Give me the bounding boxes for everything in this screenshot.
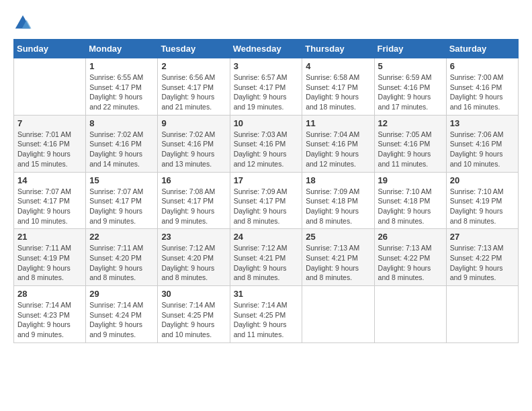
day-info: Sunrise: 6:57 AMSunset: 4:17 PMDaylight:… bbox=[234, 73, 299, 112]
day-info: Sunrise: 7:12 AMSunset: 4:21 PMDaylight:… bbox=[234, 243, 299, 283]
logo-icon bbox=[13, 13, 32, 32]
calendar-cell: 8Sunrise: 7:02 AMSunset: 4:16 PMDaylight… bbox=[86, 115, 158, 172]
day-info: Sunrise: 7:11 AMSunset: 4:19 PMDaylight:… bbox=[17, 243, 82, 283]
day-number: 2 bbox=[161, 61, 226, 71]
calendar-cell: 10Sunrise: 7:03 AMSunset: 4:16 PMDayligh… bbox=[230, 115, 302, 172]
day-info: Sunrise: 7:02 AMSunset: 4:16 PMDaylight:… bbox=[161, 130, 226, 169]
day-header-friday: Friday bbox=[374, 40, 446, 58]
day-number: 19 bbox=[378, 175, 443, 185]
calendar-cell: 12Sunrise: 7:05 AMSunset: 4:16 PMDayligh… bbox=[374, 115, 446, 172]
day-info: Sunrise: 7:07 AMSunset: 4:17 PMDaylight:… bbox=[89, 187, 154, 226]
calendar-table: SundayMondayTuesdayWednesdayThursdayFrid… bbox=[13, 39, 519, 343]
day-number: 13 bbox=[450, 118, 515, 128]
day-info: Sunrise: 7:14 AMSunset: 4:24 PMDaylight:… bbox=[89, 300, 154, 340]
calendar-cell: 31Sunrise: 7:14 AMSunset: 4:25 PMDayligh… bbox=[230, 286, 302, 343]
day-info: Sunrise: 6:56 AMSunset: 4:17 PMDaylight:… bbox=[161, 73, 226, 112]
calendar-cell bbox=[302, 286, 374, 343]
calendar-cell: 28Sunrise: 7:14 AMSunset: 4:23 PMDayligh… bbox=[14, 286, 86, 343]
day-number: 28 bbox=[17, 289, 82, 299]
day-info: Sunrise: 7:06 AMSunset: 4:16 PMDaylight:… bbox=[450, 130, 515, 169]
calendar-cell: 21Sunrise: 7:11 AMSunset: 4:19 PMDayligh… bbox=[14, 229, 86, 286]
day-number: 16 bbox=[161, 175, 226, 185]
day-info: Sunrise: 7:09 AMSunset: 4:18 PMDaylight:… bbox=[306, 187, 370, 226]
day-number: 24 bbox=[234, 232, 299, 242]
day-number: 30 bbox=[161, 289, 226, 299]
week-row-4: 21Sunrise: 7:11 AMSunset: 4:19 PMDayligh… bbox=[14, 229, 519, 286]
day-header-wednesday: Wednesday bbox=[230, 40, 302, 58]
calendar-cell bbox=[14, 58, 86, 116]
day-number: 21 bbox=[17, 232, 82, 242]
day-info: Sunrise: 7:13 AMSunset: 4:22 PMDaylight:… bbox=[378, 243, 443, 283]
calendar-cell bbox=[374, 286, 446, 343]
day-number: 14 bbox=[17, 175, 82, 185]
calendar-cell: 24Sunrise: 7:12 AMSunset: 4:21 PMDayligh… bbox=[230, 229, 302, 286]
calendar-cell: 30Sunrise: 7:14 AMSunset: 4:25 PMDayligh… bbox=[158, 286, 230, 343]
day-info: Sunrise: 6:58 AMSunset: 4:17 PMDaylight:… bbox=[306, 73, 370, 112]
day-info: Sunrise: 7:00 AMSunset: 4:16 PMDaylight:… bbox=[450, 73, 515, 112]
day-number: 4 bbox=[306, 61, 370, 71]
day-info: Sunrise: 7:04 AMSunset: 4:16 PMDaylight:… bbox=[306, 130, 370, 169]
day-info: Sunrise: 7:12 AMSunset: 4:20 PMDaylight:… bbox=[161, 243, 226, 283]
day-number: 22 bbox=[89, 232, 154, 242]
day-number: 3 bbox=[234, 61, 299, 71]
day-header-tuesday: Tuesday bbox=[158, 40, 230, 58]
calendar-cell: 23Sunrise: 7:12 AMSunset: 4:20 PMDayligh… bbox=[158, 229, 230, 286]
day-number: 31 bbox=[234, 289, 299, 299]
day-info: Sunrise: 7:11 AMSunset: 4:20 PMDaylight:… bbox=[89, 243, 154, 283]
day-info: Sunrise: 7:03 AMSunset: 4:16 PMDaylight:… bbox=[234, 130, 299, 169]
day-info: Sunrise: 7:14 AMSunset: 4:23 PMDaylight:… bbox=[17, 300, 82, 340]
day-info: Sunrise: 7:14 AMSunset: 4:25 PMDaylight:… bbox=[161, 300, 226, 340]
calendar-cell: 17Sunrise: 7:09 AMSunset: 4:17 PMDayligh… bbox=[230, 172, 302, 229]
day-info: Sunrise: 7:09 AMSunset: 4:17 PMDaylight:… bbox=[234, 187, 299, 226]
day-header-sunday: Sunday bbox=[14, 40, 86, 58]
calendar-cell: 22Sunrise: 7:11 AMSunset: 4:20 PMDayligh… bbox=[86, 229, 158, 286]
day-info: Sunrise: 7:01 AMSunset: 4:16 PMDaylight:… bbox=[17, 130, 82, 169]
day-header-monday: Monday bbox=[86, 40, 158, 58]
calendar-cell: 20Sunrise: 7:10 AMSunset: 4:19 PMDayligh… bbox=[446, 172, 518, 229]
day-number: 12 bbox=[378, 118, 443, 128]
day-number: 15 bbox=[89, 175, 154, 185]
day-number: 18 bbox=[306, 175, 370, 185]
day-number: 23 bbox=[161, 232, 226, 242]
day-info: Sunrise: 7:10 AMSunset: 4:18 PMDaylight:… bbox=[378, 187, 443, 226]
day-info: Sunrise: 7:08 AMSunset: 4:17 PMDaylight:… bbox=[161, 187, 226, 226]
calendar-cell: 16Sunrise: 7:08 AMSunset: 4:17 PMDayligh… bbox=[158, 172, 230, 229]
day-info: Sunrise: 6:59 AMSunset: 4:16 PMDaylight:… bbox=[378, 73, 443, 112]
calendar-cell: 15Sunrise: 7:07 AMSunset: 4:17 PMDayligh… bbox=[86, 172, 158, 229]
day-number: 26 bbox=[378, 232, 443, 242]
calendar-cell: 7Sunrise: 7:01 AMSunset: 4:16 PMDaylight… bbox=[14, 115, 86, 172]
day-info: Sunrise: 7:14 AMSunset: 4:25 PMDaylight:… bbox=[234, 300, 299, 340]
day-header-thursday: Thursday bbox=[302, 40, 374, 58]
logo bbox=[13, 13, 35, 32]
day-number: 1 bbox=[89, 61, 154, 71]
calendar-cell bbox=[446, 286, 518, 343]
calendar-cell: 5Sunrise: 6:59 AMSunset: 4:16 PMDaylight… bbox=[374, 58, 446, 116]
week-row-3: 14Sunrise: 7:07 AMSunset: 4:17 PMDayligh… bbox=[14, 172, 519, 229]
day-number: 7 bbox=[17, 118, 82, 128]
calendar-cell: 27Sunrise: 7:13 AMSunset: 4:22 PMDayligh… bbox=[446, 229, 518, 286]
day-number: 27 bbox=[450, 232, 515, 242]
day-info: Sunrise: 7:13 AMSunset: 4:21 PMDaylight:… bbox=[306, 243, 370, 283]
day-info: Sunrise: 6:55 AMSunset: 4:17 PMDaylight:… bbox=[89, 73, 154, 112]
calendar-cell: 11Sunrise: 7:04 AMSunset: 4:16 PMDayligh… bbox=[302, 115, 374, 172]
week-row-5: 28Sunrise: 7:14 AMSunset: 4:23 PMDayligh… bbox=[14, 286, 519, 343]
day-number: 5 bbox=[378, 61, 443, 71]
day-info: Sunrise: 7:07 AMSunset: 4:17 PMDaylight:… bbox=[17, 187, 82, 226]
day-number: 9 bbox=[161, 118, 226, 128]
calendar-cell: 13Sunrise: 7:06 AMSunset: 4:16 PMDayligh… bbox=[446, 115, 518, 172]
day-number: 6 bbox=[450, 61, 515, 71]
day-number: 25 bbox=[306, 232, 370, 242]
day-number: 10 bbox=[234, 118, 299, 128]
header bbox=[13, 11, 519, 32]
day-info: Sunrise: 7:02 AMSunset: 4:16 PMDaylight:… bbox=[89, 130, 154, 169]
calendar-cell: 29Sunrise: 7:14 AMSunset: 4:24 PMDayligh… bbox=[86, 286, 158, 343]
calendar-cell: 6Sunrise: 7:00 AMSunset: 4:16 PMDaylight… bbox=[446, 58, 518, 116]
calendar-cell: 1Sunrise: 6:55 AMSunset: 4:17 PMDaylight… bbox=[86, 58, 158, 116]
calendar-cell: 3Sunrise: 6:57 AMSunset: 4:17 PMDaylight… bbox=[230, 58, 302, 116]
day-number: 8 bbox=[89, 118, 154, 128]
day-number: 17 bbox=[234, 175, 299, 185]
calendar-cell: 4Sunrise: 6:58 AMSunset: 4:17 PMDaylight… bbox=[302, 58, 374, 116]
calendar-cell: 18Sunrise: 7:09 AMSunset: 4:18 PMDayligh… bbox=[302, 172, 374, 229]
day-info: Sunrise: 7:05 AMSunset: 4:16 PMDaylight:… bbox=[378, 130, 443, 169]
calendar-cell: 19Sunrise: 7:10 AMSunset: 4:18 PMDayligh… bbox=[374, 172, 446, 229]
